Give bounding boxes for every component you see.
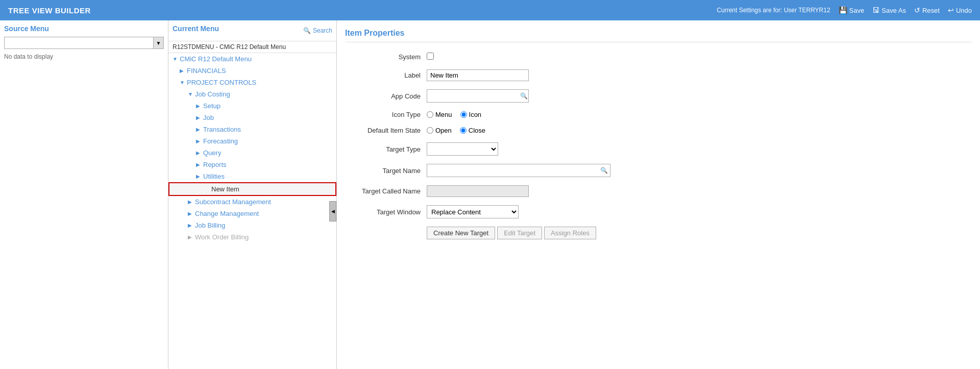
tree-item-utilities[interactable]: Utilities xyxy=(168,170,336,182)
tree-item-setup[interactable]: Setup xyxy=(168,100,336,112)
job-label: Job xyxy=(203,114,214,121)
tree-item-forecasting[interactable]: Forecasting xyxy=(168,135,336,147)
item-properties-panel: Item Properties System Label App Code 🔍 xyxy=(337,20,980,369)
job-arrow xyxy=(196,115,203,120)
target-called-name-label: Target Called Name xyxy=(345,187,427,195)
target-window-select-wrap: Replace Content New Window Popup xyxy=(427,205,519,218)
icon-type-menu-option[interactable]: Menu xyxy=(427,111,452,118)
save-icon: 💾 xyxy=(839,6,847,14)
tree-item-query[interactable]: Query xyxy=(168,147,336,159)
system-label: System xyxy=(345,53,427,61)
tree-item-job[interactable]: Job xyxy=(168,112,336,124)
tree-item-reports[interactable]: Reports xyxy=(168,159,336,170)
icon-type-icon-radio[interactable] xyxy=(460,111,467,118)
target-type-select-wrap: URL Form Report xyxy=(427,142,498,156)
state-close-label: Close xyxy=(469,127,485,134)
state-open-label: Open xyxy=(435,127,452,134)
default-item-state-value: Open Close xyxy=(427,127,682,134)
main-area: Source Menu ▼ No data to display Current… xyxy=(0,20,980,369)
work-order-billing-label: Work Order Billing xyxy=(195,233,249,241)
target-name-search-icon[interactable]: 🔍 xyxy=(598,164,610,177)
assign-roles-button[interactable]: Assign Roles xyxy=(544,227,596,239)
current-menu-panel: Current Menu 🔍 Search R12STDMENU - CMiC … xyxy=(168,20,337,369)
target-window-select[interactable]: Replace Content New Window Popup xyxy=(427,207,518,217)
tree-item-work-order-billing[interactable]: Work Order Billing xyxy=(168,231,336,243)
icon-type-icon-label: Icon xyxy=(469,111,482,118)
undo-button[interactable]: ↩ Undo xyxy=(948,6,972,14)
root-label: CMiC R12 Default Menu xyxy=(180,55,252,63)
tree-item-transactions[interactable]: Transactions xyxy=(168,124,336,135)
tree-scroll-area: CMiC R12 Default Menu FINANCIALS PROJECT… xyxy=(168,53,336,369)
job-costing-label: Job Costing xyxy=(195,90,230,98)
target-type-select[interactable]: URL Form Report xyxy=(427,144,498,155)
root-arrow xyxy=(173,56,180,62)
reset-button[interactable]: ↺ Reset xyxy=(914,6,940,14)
target-name-row: Target Name 🔍 xyxy=(345,164,972,177)
tree-item-change-mgmt[interactable]: Change Management xyxy=(168,208,336,219)
target-called-name-value xyxy=(427,185,682,197)
icon-type-radio-group: Menu Icon xyxy=(427,111,682,118)
app-code-search-icon[interactable]: 🔍 xyxy=(519,90,528,102)
icon-type-row: Icon Type Menu Icon xyxy=(345,111,972,118)
icon-type-label: Icon Type xyxy=(345,111,427,118)
tree-root[interactable]: CMiC R12 Default Menu xyxy=(168,53,336,65)
label-input[interactable] xyxy=(427,69,529,81)
target-name-value: 🔍 xyxy=(427,164,682,177)
save-as-icon: 🖫 xyxy=(872,6,879,14)
app-code-input[interactable] xyxy=(427,91,519,102)
utilities-arrow xyxy=(196,174,203,179)
financials-arrow xyxy=(180,68,187,73)
transactions-arrow xyxy=(196,127,203,132)
icon-type-menu-label: Menu xyxy=(435,111,452,118)
source-menu-title: Source Menu xyxy=(4,24,164,33)
state-close-option[interactable]: Close xyxy=(460,127,485,134)
state-open-radio[interactable] xyxy=(427,127,433,134)
create-target-button[interactable]: Create New Target xyxy=(427,227,495,239)
source-menu-arrow[interactable]: ▼ xyxy=(153,37,163,48)
source-menu-dropdown[interactable]: ▼ xyxy=(4,37,164,49)
job-billing-arrow xyxy=(188,223,195,228)
current-settings-label: Current Settings are for: User TERRYR12 xyxy=(717,7,830,14)
no-data-label: No data to display xyxy=(4,53,164,60)
item-properties-title: Item Properties xyxy=(345,29,972,42)
icon-type-icon-option[interactable]: Icon xyxy=(460,111,482,118)
edit-target-button[interactable]: Edit Target xyxy=(497,227,542,239)
setup-arrow xyxy=(196,103,203,109)
tree-inner: CMiC R12 Default Menu FINANCIALS PROJECT… xyxy=(168,53,336,369)
icon-type-value: Menu Icon xyxy=(427,111,682,118)
tree-item-job-billing[interactable]: Job Billing xyxy=(168,219,336,231)
utilities-label: Utilities xyxy=(203,173,225,180)
icon-type-menu-radio[interactable] xyxy=(427,111,433,118)
default-item-state-radio-group: Open Close xyxy=(427,127,682,134)
target-called-name-input xyxy=(427,185,529,197)
panel-collapse-btn[interactable]: ◀ xyxy=(329,201,336,222)
target-name-input[interactable] xyxy=(427,165,598,176)
search-icon: 🔍 xyxy=(303,27,311,34)
system-value xyxy=(427,53,682,61)
current-menu-subtitle: R12STDMENU - CMiC R12 Default Menu xyxy=(168,41,336,53)
save-button[interactable]: 💾 Save xyxy=(839,6,865,14)
tree-item-financials[interactable]: FINANCIALS xyxy=(168,65,336,77)
state-close-radio[interactable] xyxy=(460,127,467,134)
save-as-button[interactable]: 🖫 Save As xyxy=(872,6,906,14)
tree-item-new-item[interactable]: New Item xyxy=(168,182,336,196)
financials-label: FINANCIALS xyxy=(187,67,226,75)
query-arrow xyxy=(196,150,203,156)
forecasting-label: Forecasting xyxy=(203,137,238,145)
reports-arrow xyxy=(196,162,203,167)
tree-item-subcontract-mgmt[interactable]: Subcontract Management xyxy=(168,196,336,208)
setup-label: Setup xyxy=(203,102,220,110)
system-checkbox[interactable] xyxy=(427,53,434,60)
source-menu-input[interactable] xyxy=(5,38,153,47)
state-open-option[interactable]: Open xyxy=(427,127,452,134)
app-code-input-wrap: 🔍 xyxy=(427,89,529,103)
job-billing-label: Job Billing xyxy=(195,222,225,229)
header: TREE VIEW BUILDER Current Settings are f… xyxy=(0,0,980,20)
system-row: System xyxy=(345,53,972,61)
app-code-value: 🔍 xyxy=(427,89,682,103)
label-row: Label xyxy=(345,69,972,81)
app-code-row: App Code 🔍 xyxy=(345,89,972,103)
tree-item-project-controls[interactable]: PROJECT CONTROLS xyxy=(168,77,336,88)
tree-item-job-costing[interactable]: Job Costing xyxy=(168,88,336,100)
search-button[interactable]: 🔍 Search xyxy=(303,27,332,34)
